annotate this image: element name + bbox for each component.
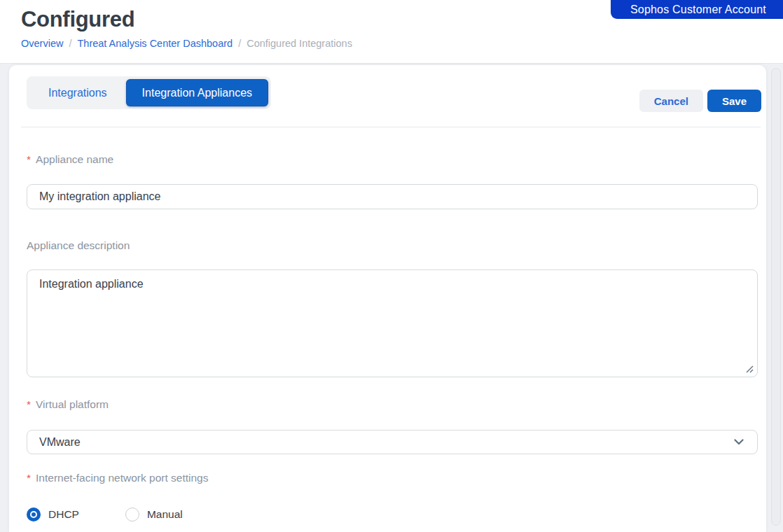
radio-manual-label: Manual	[147, 508, 183, 521]
page-title: Configured	[21, 7, 134, 32]
resize-handle-icon[interactable]	[745, 365, 754, 373]
toolbar-divider	[21, 127, 761, 127]
toolbar: Integrations Integration Appliances Canc…	[27, 65, 758, 112]
radio-dhcp-selected-icon	[27, 507, 41, 522]
content-card: Integrations Integration Appliances Canc…	[9, 65, 766, 532]
appliance-description-wrap: Integration appliance	[27, 270, 758, 377]
tab-group: Integrations Integration Appliances	[27, 76, 271, 109]
network-port-settings-label: * Internet-facing network port settings	[27, 472, 758, 484]
breadcrumb-link-overview[interactable]: Overview	[21, 38, 63, 49]
virtual-platform-selected-value: VMware	[39, 436, 81, 449]
radio-dhcp-label: DHCP	[48, 508, 79, 521]
vertical-scrollbar[interactable]	[771, 68, 781, 526]
virtual-platform-label: * Virtual platform	[27, 398, 758, 411]
radio-manual-unselected-icon	[125, 507, 139, 522]
account-banner[interactable]: Sophos Customer Account	[611, 0, 783, 19]
required-marker: *	[27, 472, 31, 484]
required-marker: *	[27, 398, 31, 411]
save-button[interactable]: Save	[707, 90, 761, 112]
radio-option-dhcp[interactable]: DHCP	[27, 507, 79, 522]
virtual-platform-select[interactable]: VMware	[27, 430, 758, 454]
tab-integrations[interactable]: Integrations	[29, 79, 126, 106]
breadcrumb: Overview / Threat Analysis Center Dashbo…	[21, 38, 352, 49]
required-marker: *	[27, 153, 31, 166]
appliance-description-textarea[interactable]: Integration appliance	[27, 270, 758, 377]
breadcrumb-separator: /	[69, 38, 71, 49]
page-body: Integrations Integration Appliances Canc…	[0, 64, 783, 532]
action-buttons: Cancel Save	[639, 90, 761, 112]
network-port-radio-row: DHCP Manual	[27, 507, 758, 522]
radio-option-manual[interactable]: Manual	[125, 507, 183, 522]
appliance-name-label: * Appliance name	[27, 153, 758, 166]
chevron-down-icon	[734, 439, 744, 445]
tab-integration-appliances[interactable]: Integration Appliances	[126, 79, 268, 106]
breadcrumb-link-threat-analysis-center-dashboard[interactable]: Threat Analysis Center Dashboard	[77, 38, 233, 49]
appliance-name-input[interactable]	[27, 184, 758, 209]
breadcrumb-separator: /	[238, 38, 241, 49]
cancel-button[interactable]: Cancel	[639, 90, 703, 112]
appliance-description-label: Appliance description	[27, 239, 758, 252]
breadcrumb-current: Configured Integrations	[247, 38, 352, 49]
page-header: Configured Overview / Threat Analysis Ce…	[0, 0, 783, 64]
